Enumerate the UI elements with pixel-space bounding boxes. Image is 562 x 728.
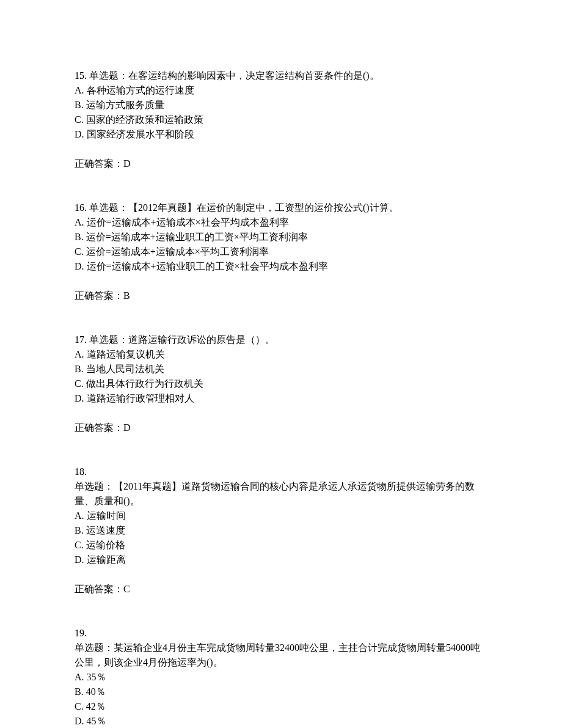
option-b: B. 运价=运输成本+运输业职工的工资×平均工资利润率 bbox=[75, 230, 487, 245]
question-text: 单选题：【2011年真题】道路货物运输合同的核心内容是承运人承运货物所提供运输劳… bbox=[75, 479, 487, 509]
option-d: D. 道路运输行政管理相对人 bbox=[75, 391, 487, 406]
option-a: A. 运价=运输成本+运输成本×社会平均成本盈利率 bbox=[75, 215, 487, 230]
question-text: 15. 单选题：在客运结构的影响因素中，决定客运结构首要条件的是()。 bbox=[75, 68, 487, 83]
question-15: 15. 单选题：在客运结构的影响因素中，决定客运结构首要条件的是()。 A. 各… bbox=[75, 68, 487, 171]
option-d: D. 国家经济发展水平和阶段 bbox=[75, 127, 487, 142]
option-c: C. 运价=运输成本+运输成本×平均工资利润率 bbox=[75, 245, 487, 259]
correct-answer: 正确答案：B bbox=[75, 289, 487, 303]
option-a: A. 运输时间 bbox=[75, 509, 487, 523]
question-text: 单选题：某运输企业4月份主车完成货物周转量32400吨公里，主挂合计完成货物周转… bbox=[75, 641, 487, 670]
option-d: D. 45％ bbox=[75, 714, 487, 728]
option-a: A. 各种运输方式的运行速度 bbox=[75, 83, 487, 98]
option-b: B. 运输方式服务质量 bbox=[75, 98, 487, 112]
option-a: A. 35％ bbox=[75, 670, 487, 685]
question-17: 17. 单选题：道路运输行政诉讼的原告是（）。 A. 道路运输复议机关 B. 当… bbox=[75, 333, 487, 435]
option-d: D. 运价=运输成本+运输业职工的工资×社会平均成本盈利率 bbox=[75, 259, 487, 274]
correct-answer: 正确答案：D bbox=[75, 156, 487, 171]
option-d: D. 运输距离 bbox=[75, 553, 487, 567]
option-c: C. 国家的经济政策和运输政策 bbox=[75, 112, 487, 127]
question-number: 19. bbox=[75, 626, 487, 641]
option-c: C. 做出具体行政行为行政机关 bbox=[75, 377, 487, 391]
question-19: 19. 单选题：某运输企业4月份主车完成货物周转量32400吨公里，主挂合计完成… bbox=[75, 626, 487, 728]
option-b: B. 40％ bbox=[75, 685, 487, 699]
option-c: C. 42％ bbox=[75, 699, 487, 714]
question-16: 16. 单选题：【2012年真题】在运价的制定中，工资型的运价按公式()计算。 … bbox=[75, 200, 487, 303]
correct-answer: 正确答案：D bbox=[75, 421, 487, 435]
correct-answer: 正确答案：C bbox=[75, 582, 487, 597]
option-a: A. 道路运输复议机关 bbox=[75, 347, 487, 362]
question-text: 16. 单选题：【2012年真题】在运价的制定中，工资型的运价按公式()计算。 bbox=[75, 200, 487, 215]
question-text: 17. 单选题：道路运输行政诉讼的原告是（）。 bbox=[75, 333, 487, 347]
option-b: B. 运送速度 bbox=[75, 523, 487, 538]
question-18: 18. 单选题：【2011年真题】道路货物运输合同的核心内容是承运人承运货物所提… bbox=[75, 465, 487, 597]
option-c: C. 运输价格 bbox=[75, 538, 487, 553]
question-number: 18. bbox=[75, 465, 487, 479]
option-b: B. 当地人民司法机关 bbox=[75, 362, 487, 377]
